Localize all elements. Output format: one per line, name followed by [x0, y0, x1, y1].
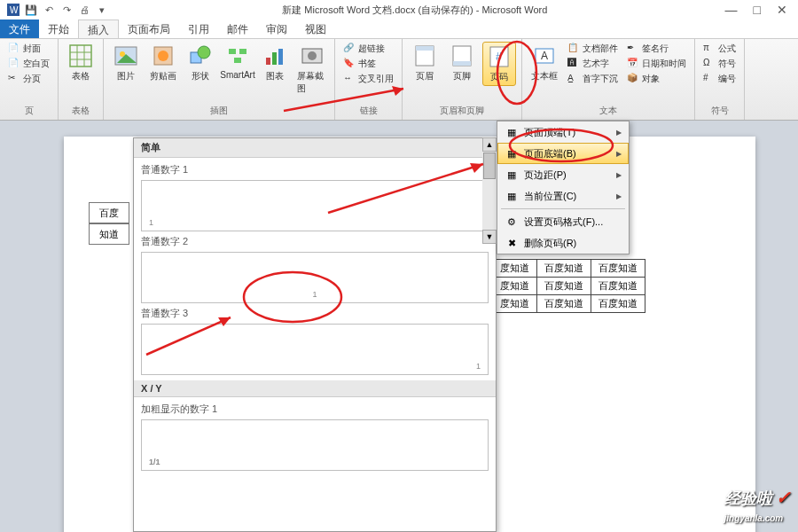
signature-button[interactable]: ✒签名行 [624, 42, 689, 56]
menu-page-bottom[interactable]: ▦ 页面底端(B) ▶ [497, 143, 629, 164]
svg-rect-24 [453, 61, 471, 66]
tab-view[interactable]: 视图 [296, 20, 335, 38]
tab-mailings[interactable]: 邮件 [218, 20, 257, 38]
tab-review[interactable]: 审阅 [257, 20, 296, 38]
gallery-item-title-1: 普通数字 1 [141, 161, 489, 178]
svg-rect-22 [416, 46, 434, 51]
clipart-button[interactable]: 剪贴画 [146, 42, 180, 84]
group-label-links: 链接 [340, 103, 396, 117]
menu-remove-page-numbers[interactable]: ✖ 删除页码(R) [497, 232, 629, 254]
submenu-arrow-icon: ▶ [616, 129, 622, 137]
svg-rect-13 [229, 49, 236, 54]
blank-page-button[interactable]: 📄空白页 [5, 57, 52, 71]
shapes-icon [188, 43, 213, 68]
svg-rect-15 [234, 58, 241, 63]
tab-insert[interactable]: 插入 [78, 20, 119, 38]
group-label-symbols: 符号 [700, 103, 739, 117]
gallery-item-1[interactable]: 1 [141, 180, 489, 231]
page-number-gallery: 简单 普通数字 1 1 普通数字 2 1 普通数字 3 1 X / Y 加粗显示… [133, 137, 497, 532]
group-links: 🔗超链接 🔖书签 ↔交叉引用 链接 [335, 39, 403, 120]
group-pages: 📄封面 📄空白页 ✂分页 页 [0, 39, 59, 120]
hyperlink-icon: 🔗 [343, 43, 356, 55]
submenu-arrow-icon: ▶ [616, 192, 622, 200]
hyperlink-button[interactable]: 🔗超链接 [340, 42, 396, 56]
number-icon: # [703, 73, 716, 85]
textbox-button[interactable]: A文本框 [528, 42, 561, 84]
group-label-illustrations: 插图 [109, 103, 329, 117]
symbol-button[interactable]: Ω符号 [700, 57, 739, 71]
group-label-text: 文本 [528, 103, 689, 117]
wordart-button[interactable]: 🅰艺术字 [565, 57, 621, 71]
scroll-down-button[interactable]: ▼ [482, 230, 497, 244]
picture-button[interactable]: 图片 [109, 42, 143, 84]
quickparts-button[interactable]: 📋文档部件 [565, 42, 621, 56]
datetime-button[interactable]: 📅日期和时间 [624, 57, 689, 71]
bookmark-button[interactable]: 🔖书签 [340, 57, 396, 71]
header-button[interactable]: 页眉 [408, 42, 442, 84]
gallery-item-4[interactable]: 1/1 [141, 419, 489, 471]
gallery-item-2[interactable]: 1 [141, 252, 489, 303]
screenshot-button[interactable]: 屏幕截图 [295, 42, 329, 97]
footer-button[interactable]: 页脚 [445, 42, 479, 84]
dropcap-button[interactable]: A̲首字下沉 [565, 72, 621, 86]
equation-button[interactable]: π公式 [700, 42, 739, 56]
footer-icon [450, 43, 474, 68]
svg-rect-18 [278, 49, 283, 65]
group-label-pages: 页 [5, 103, 52, 117]
chart-icon [262, 43, 287, 68]
window-controls: — □ ✕ [715, 3, 798, 17]
format-icon: ⚙ [505, 215, 519, 229]
cover-page-button[interactable]: 📄封面 [5, 42, 52, 56]
tab-home[interactable]: 开始 [39, 20, 78, 38]
number-button[interactable]: #编号 [700, 72, 739, 86]
menu-current-position[interactable]: ▦ 当前位置(C) ▶ [497, 185, 629, 207]
gallery-scrollbar[interactable]: ▲ ▼ [482, 137, 497, 244]
gallery-item-3[interactable]: 1 [141, 324, 489, 375]
undo-icon[interactable]: ↶ [43, 4, 55, 16]
crossref-button[interactable]: ↔交叉引用 [340, 72, 396, 86]
quick-access-toolbar: W 💾 ↶ ↷ 🖨 ▾ [0, 4, 115, 16]
wordart-icon: 🅰 [567, 58, 580, 70]
table-row: 度知道百度知道百度知道 [493, 278, 645, 295]
symbol-icon: Ω [703, 58, 716, 70]
tab-file[interactable]: 文件 [0, 20, 39, 38]
maximize-button[interactable]: □ [754, 3, 761, 17]
scroll-thumb[interactable] [483, 153, 496, 179]
close-button[interactable]: ✕ [777, 3, 787, 17]
cover-page-icon: 📄 [8, 43, 20, 55]
object-button[interactable]: 📦对象 [624, 72, 689, 86]
tab-layout[interactable]: 页面布局 [119, 20, 179, 38]
datetime-icon: 📅 [627, 58, 639, 70]
quickparts-icon: 📋 [567, 43, 580, 55]
redo-icon[interactable]: ↷ [60, 4, 73, 16]
qat-more-icon[interactable]: ▾ [96, 4, 108, 16]
ribbon-tabs: 文件 开始 插入 页面布局 引用 邮件 审阅 视图 [0, 20, 798, 39]
submenu-arrow-icon: ▶ [616, 150, 622, 158]
minimize-button[interactable]: — [725, 3, 738, 17]
page-break-button[interactable]: ✂分页 [5, 72, 52, 86]
check-icon: ✓ [776, 488, 791, 507]
title-bar: W 💾 ↶ ↷ 🖨 ▾ 新建 Microsoft Word 文档.docx (自… [0, 0, 798, 20]
save-icon[interactable]: 💾 [25, 4, 37, 16]
word-icon: W [7, 4, 20, 16]
side-cell-2: 知道 [89, 223, 129, 245]
page-top-icon: ▦ [505, 125, 519, 139]
table-button[interactable]: 表格 [64, 42, 98, 84]
group-text: A文本框 📋文档部件 🅰艺术字 A̲首字下沉 ✒签名行 📅日期和时间 📦对象 文… [522, 39, 695, 120]
side-table: 百度 知道 [89, 202, 129, 245]
menu-page-top[interactable]: ▦ 页面顶端(T) ▶ [497, 121, 629, 143]
print-icon[interactable]: 🖨 [78, 4, 90, 16]
tab-references[interactable]: 引用 [179, 20, 218, 38]
smartart-button[interactable]: SmartArt [221, 42, 254, 82]
shapes-button[interactable]: 形状 [184, 42, 217, 84]
clipart-icon [151, 43, 176, 68]
svg-rect-16 [266, 58, 270, 65]
svg-text:W: W [10, 5, 19, 15]
page-number-button[interactable]: #页码 [482, 42, 516, 86]
submenu-arrow-icon: ▶ [616, 171, 622, 179]
menu-page-margins[interactable]: ▦ 页边距(P) ▶ [497, 164, 629, 185]
chart-button[interactable]: 图表 [258, 42, 292, 84]
menu-format-page-numbers[interactable]: ⚙ 设置页码格式(F)... [497, 211, 629, 232]
scroll-up-button[interactable]: ▲ [482, 137, 497, 152]
group-label-tables: 表格 [64, 103, 98, 117]
